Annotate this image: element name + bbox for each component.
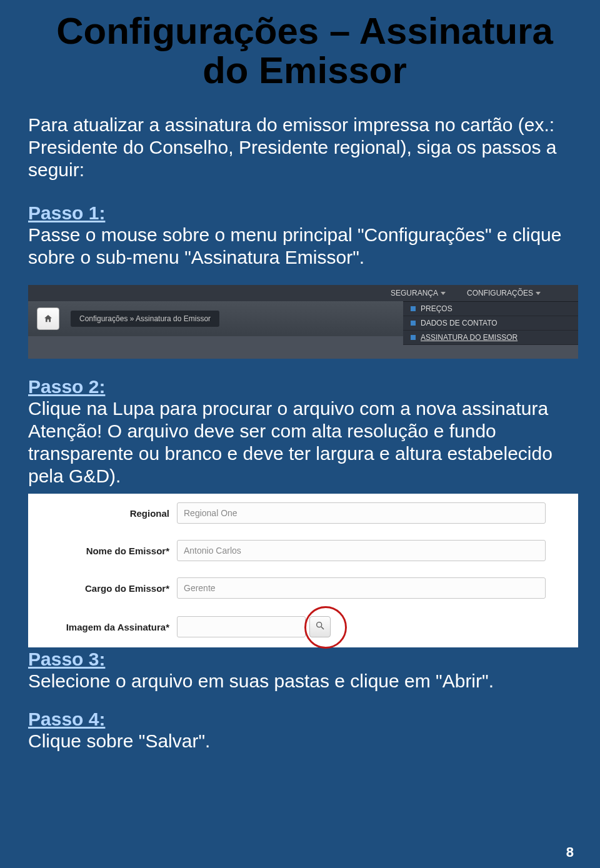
input-cargo-emissor[interactable]: Gerente	[177, 577, 546, 599]
step4-text: Clique sobre "Salvar".	[28, 730, 581, 752]
label-nome-emissor: Nome do Emissor*	[28, 546, 177, 556]
svg-point-0	[317, 622, 322, 627]
search-icon	[315, 621, 325, 633]
form-row-regional: Regional Regional One	[28, 502, 546, 524]
form-row-nome: Nome do Emissor* Antonio Carlos	[28, 540, 546, 561]
label-regional: Regional	[28, 508, 177, 519]
step3-text: Selecione o arquivo em suas pastas e cli…	[28, 670, 581, 692]
screenshot-form: Regional Regional One Nome do Emissor* A…	[28, 494, 578, 647]
input-regional[interactable]: Regional One	[177, 502, 546, 524]
breadcrumb: Configurações » Assinatura do Emissor	[71, 311, 219, 327]
step2-text: Clique na Lupa para procurar o arquivo c…	[28, 397, 581, 487]
chevron-down-icon	[441, 292, 446, 295]
nav-top-configuracoes-label: CONFIGURAÇÕES	[467, 289, 533, 297]
dropdown-precos-label: PREÇOS	[421, 304, 452, 313]
browse-button[interactable]	[309, 616, 331, 637]
dropdown-dados-contato-label: DADOS DE CONTATO	[421, 319, 498, 327]
nav-top-seguranca[interactable]: SEGURANÇA	[391, 289, 446, 297]
nav-top-seguranca-label: SEGURANÇA	[391, 289, 438, 297]
step4-label: Passo 4:	[28, 709, 105, 730]
bullet-icon	[411, 321, 416, 326]
step3-label: Passo 3:	[28, 649, 105, 670]
form-row-imagem: Imagem da Assinatura*	[28, 616, 331, 637]
title-line1: Configurações – Assinatura	[56, 10, 553, 52]
input-imagem-assinatura[interactable]	[177, 616, 306, 637]
home-button[interactable]	[37, 307, 59, 330]
step1-text: Passe o mouse sobre o menu principal "Co…	[28, 224, 581, 269]
page-number: 8	[566, 844, 574, 861]
svg-line-1	[321, 627, 324, 629]
config-dropdown: PREÇOS DADOS DE CONTATO ASSINATURA DO EM…	[403, 301, 578, 345]
label-cargo-emissor: Cargo do Emissor*	[28, 583, 177, 594]
form-row-cargo: Cargo do Emissor* Gerente	[28, 577, 546, 599]
dropdown-assinatura-emissor-label: ASSINATURA DO EMISSOR	[421, 333, 518, 342]
nav-top-configuracoes[interactable]: CONFIGURAÇÕES	[467, 289, 541, 297]
screenshot-nav: SEGURANÇA CONFIGURAÇÕES Configurações » …	[28, 285, 578, 359]
title-line2: do Emissor	[202, 49, 407, 91]
page-title: Configurações – Assinatura do Emissor	[28, 11, 581, 90]
intro-text: Para atualizar a assinatura do emissor i…	[28, 114, 581, 181]
nav-top-bar: SEGURANÇA CONFIGURAÇÕES	[28, 285, 578, 301]
bullet-icon	[411, 335, 416, 340]
input-nome-emissor[interactable]: Antonio Carlos	[177, 540, 546, 561]
home-icon	[43, 314, 53, 324]
dropdown-assinatura-emissor[interactable]: ASSINATURA DO EMISSOR	[403, 331, 578, 345]
step1-label: Passo 1:	[28, 202, 105, 224]
dropdown-precos[interactable]: PREÇOS	[403, 302, 578, 316]
dropdown-dados-contato[interactable]: DADOS DE CONTATO	[403, 316, 578, 331]
chevron-down-icon	[536, 292, 541, 295]
step2-label: Passo 2:	[28, 376, 105, 397]
bullet-icon	[411, 306, 416, 311]
label-imagem-assinatura: Imagem da Assinatura*	[28, 622, 177, 632]
